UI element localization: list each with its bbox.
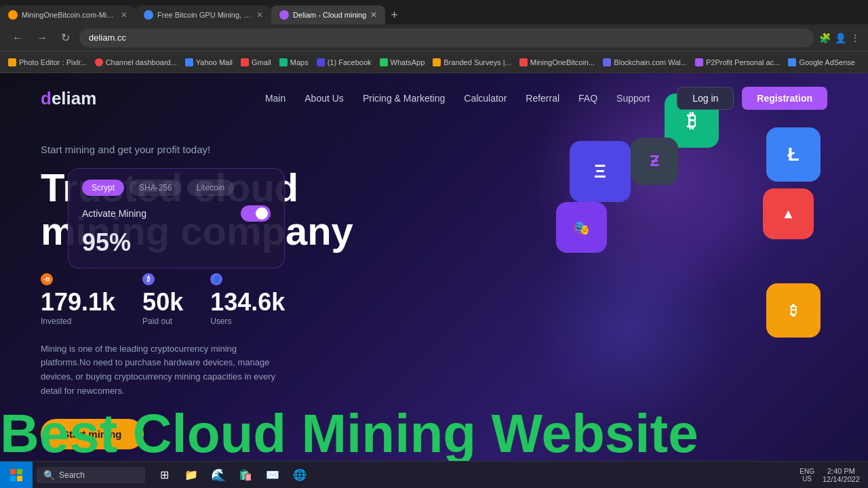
taskbar-search-label: Search [59,470,85,480]
site-logo[interactable]: deliam [41,88,96,109]
browser-chrome: MiningOneBitcoin.com-Mining... ✕ Free Bi… [0,0,868,73]
nav-buttons: Log in Registration [677,87,827,110]
back-button[interactable]: ← [8,30,27,45]
tab-2-close[interactable]: ✕ [256,10,263,20]
stat-invested: -B 179.1k Invested [41,273,115,326]
bookmark-7[interactable]: WhatsApp [380,58,425,66]
stat-paidout-number: 50k [142,288,183,317]
reload-button[interactable]: ↻ [57,30,74,45]
nav-links: Main About Us Pricing & Marketing Calcul… [265,93,650,104]
taskbar-app-widgets[interactable]: ⊞ [152,463,176,487]
stat-users: 👤 134.6k Users [210,273,285,326]
crypto-visual: Ξ ₿ Ł Ƶ ▲ 🎭 ₿ [542,87,827,358]
svg-rect-1 [17,469,22,474]
mining-percent: 95% [82,228,271,257]
tron-card: ▲ [763,188,814,239]
stat-btc-icon: -B [41,273,53,285]
register-button[interactable]: Registration [742,87,827,110]
start-button[interactable] [0,462,33,489]
tab-bar: MiningOneBitcoin.com-Mining... ✕ Free Bi… [0,0,868,24]
stat-invested-label: Invested [41,317,115,326]
tab-1[interactable]: MiningOneBitcoin.com-Mining... ✕ [0,5,136,24]
taskbar-app-store[interactable]: 🛍️ [233,463,258,487]
stat-users-number: 134.6k [210,288,285,317]
bookmark-4[interactable]: Gmail [241,58,271,66]
mining-panel: Scrypt SHA-256 Litecoin Activate Mining … [68,168,285,268]
stat-eth-icon: ₿ [142,273,155,285]
mining-tab-scrypt[interactable]: Scrypt [82,180,124,196]
svg-rect-3 [17,476,22,481]
bookmark-3[interactable]: Yahoo Mail [185,58,233,66]
nav-main[interactable]: Main [265,93,285,104]
mask-card: 🎭 [556,202,607,253]
browser-actions: 🧩 👤 ⋮ [819,33,860,43]
tab-2-icon [144,10,153,20]
bookmark-11[interactable]: P2Profit Personal ac... [695,58,780,66]
tab-3-label: Deliam - Cloud mining [293,11,366,19]
bookmark-8[interactable]: Branded Surveys |... [433,58,511,66]
taskbar-time: 2:40 PM 12/14/2022 [823,467,860,483]
taskbar-app-edge[interactable]: 🌊 [206,463,231,487]
nav-calculator[interactable]: Calculator [464,93,507,104]
stat-invested-number: 179.1k [41,288,115,317]
new-tab-button[interactable]: + [385,8,403,22]
bookmark-6[interactable]: (1) Facebook [317,58,372,66]
taskbar-apps: ⊞ 📁 🌊 🛍️ ✉️ 🌐 [152,463,312,487]
taskbar-app-mail[interactable]: ✉️ [260,463,285,487]
nav-about[interactable]: About Us [304,93,344,104]
bookmark-12[interactable]: Google AdSense [788,58,855,66]
login-button[interactable]: Log in [677,87,734,110]
tab-3[interactable]: Deliam - Cloud mining ✕ [271,5,385,24]
site-navigation: deliam Main About Us Pricing & Marketing… [0,73,868,123]
taskbar-search[interactable]: 🔍 Search [37,467,145,483]
mining-activate-label: Activate Mining [82,208,146,219]
logo-rest: eliam [52,88,97,108]
bookmark-5[interactable]: Maps [279,58,309,66]
menu-button[interactable]: ⋮ [850,33,860,43]
tab-2-label: Free Bitcoin GPU Mining, Cloud... [157,11,252,19]
mining-tabs: Scrypt SHA-256 Litecoin [82,180,271,196]
taskbar-right: ENGUS 2:40 PM 12/14/2022 [800,467,868,483]
taskbar-app-explorer[interactable]: 📁 [179,463,203,487]
tab-3-close[interactable]: ✕ [370,10,377,20]
tab-1-close[interactable]: ✕ [121,10,127,20]
nav-pricing[interactable]: Pricing & Marketing [363,93,445,104]
address-bar: ← → ↻ 🧩 👤 ⋮ [0,24,868,52]
logo-d: d [41,88,52,108]
bookmark-10[interactable]: Blockchain.com Wal... [603,58,687,66]
ltc-card: Ł [766,127,821,182]
taskbar-language: ENGUS [800,468,814,483]
bookmarks-bar: Photo Editor : Pixlr... Channel dashboar… [0,52,868,73]
stat-user-icon: 👤 [210,273,222,285]
nav-support[interactable]: Support [616,93,650,104]
eth-card: Ξ [570,141,631,202]
tab-1-icon [8,10,18,20]
website: deliam Main About Us Pricing & Marketing… [0,73,868,461]
forward-button[interactable]: → [33,30,52,45]
bookmark-2[interactable]: Channel dashboard... [95,58,177,66]
search-icon: 🔍 [43,470,55,481]
url-input[interactable] [79,28,814,47]
stat-paidout: ₿ 50k Paid out [142,273,183,326]
tab-2[interactable]: Free Bitcoin GPU Mining, Cloud... ✕ [136,5,271,24]
tab-3-icon [279,10,289,20]
nav-faq[interactable]: FAQ [578,93,597,104]
mining-activate-row: Activate Mining [82,205,271,222]
svg-rect-0 [10,469,16,474]
extensions-button[interactable]: 🧩 [819,33,831,43]
taskbar-app-chrome[interactable]: 🌐 [288,463,312,487]
bookmark-9[interactable]: MiningOneBitcoin... [519,58,595,66]
mining-tab-sha[interactable]: SHA-256 [130,180,182,196]
overlay-text: Best Cloud Mining Website [0,407,868,461]
hero-description: Mining is one of the leading cryptocurre… [41,342,285,399]
nav-referral[interactable]: Referral [526,93,559,104]
stat-users-label: Users [210,317,285,326]
btc2-card: ₿ [766,283,821,338]
mining-toggle[interactable] [241,205,271,222]
taskbar: 🔍 Search ⊞ 📁 🌊 🛍️ ✉️ 🌐 ENGUS 2:40 PM 12/… [0,461,868,488]
profile-button[interactable]: 👤 [835,33,846,43]
mining-tab-litecoin[interactable]: Litecoin [187,180,234,196]
stat-paidout-label: Paid out [142,317,183,326]
tab-1-label: MiningOneBitcoin.com-Mining... [22,11,117,19]
bookmark-1[interactable]: Photo Editor : Pixlr... [8,58,87,66]
